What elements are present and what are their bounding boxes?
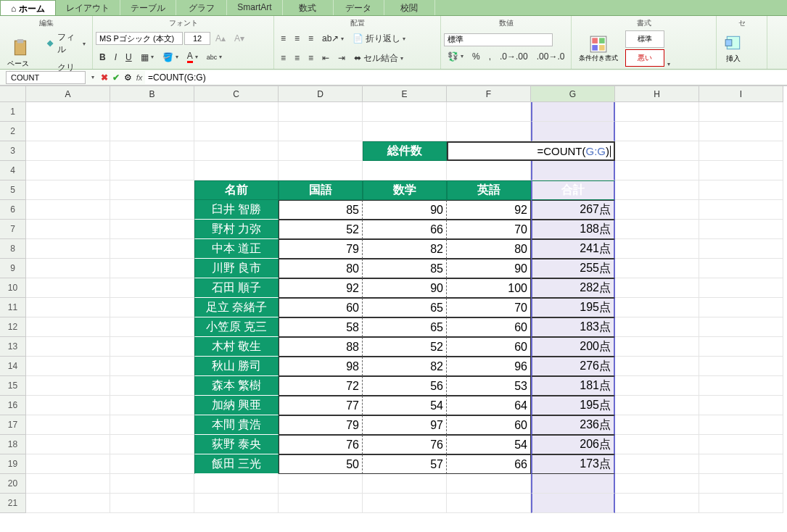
cell-H9[interactable] [615, 259, 699, 278]
align-bottom-button[interactable]: ≡ [305, 30, 317, 47]
cell-D17[interactable]: 79 [279, 415, 363, 435]
row-header-10[interactable]: 10 [0, 278, 26, 298]
cell-F11[interactable]: 70 [447, 298, 531, 317]
cell-D13[interactable]: 88 [279, 337, 363, 357]
decrease-font-button[interactable]: A▾ [231, 31, 248, 46]
row-header-18[interactable]: 18 [0, 435, 26, 454]
cell-A20[interactable] [26, 474, 110, 494]
cell-D21[interactable] [279, 494, 363, 513]
cell-D3[interactable] [279, 141, 363, 161]
column-header-F[interactable]: F [447, 86, 531, 102]
cell-F16[interactable]: 64 [447, 396, 531, 415]
cell-A9[interactable] [26, 259, 110, 278]
increase-font-button[interactable]: A▴ [212, 31, 229, 46]
tab-formula[interactable]: 数式 [283, 0, 334, 15]
row-header-8[interactable]: 8 [0, 239, 26, 259]
cell-F7[interactable]: 70 [447, 220, 531, 239]
cell-C12[interactable]: 小笠原 克三 [194, 317, 279, 337]
cell-B18[interactable] [110, 435, 194, 454]
font-color-button[interactable]: A▾ [184, 49, 202, 65]
cell-A6[interactable] [26, 200, 110, 220]
cell-G9[interactable]: 255点 [531, 259, 615, 278]
cell-D2[interactable] [279, 122, 363, 141]
cell-F6[interactable]: 92 [447, 200, 531, 220]
cell-F8[interactable]: 80 [447, 239, 531, 259]
row-header-9[interactable]: 9 [0, 259, 26, 278]
cell-D16[interactable]: 77 [279, 396, 363, 415]
cell-C16[interactable]: 加納 興亜 [194, 396, 279, 415]
cell-B10[interactable] [110, 278, 194, 298]
cell-A4[interactable] [26, 161, 110, 180]
tab-smartart[interactable]: SmartArt [227, 0, 282, 15]
cell-B20[interactable] [110, 474, 194, 494]
cell-D6[interactable]: 85 [279, 200, 363, 220]
cell-A14[interactable] [26, 357, 110, 376]
cell-G20[interactable] [531, 474, 615, 494]
cell-A5[interactable] [26, 180, 110, 200]
cell-C8[interactable]: 中本 道正 [194, 239, 279, 259]
cell-B17[interactable] [110, 415, 194, 435]
spreadsheet-grid[interactable]: ABCDEFGHI123総件数=COUNT(G:G)45名前国語数学英語合計6臼… [0, 86, 787, 513]
cell-E21[interactable] [363, 494, 447, 513]
row-header-6[interactable]: 6 [0, 200, 26, 220]
cell-A8[interactable] [26, 239, 110, 259]
insert-button[interactable]: 挿入 [720, 32, 747, 65]
cell-H21[interactable] [615, 494, 699, 513]
cell-B4[interactable] [110, 161, 194, 180]
number-format-select[interactable] [444, 33, 553, 46]
cell-I21[interactable] [699, 494, 783, 513]
cell-C2[interactable] [194, 122, 279, 141]
currency-button[interactable]: 💱▾ [444, 49, 467, 64]
cell-E2[interactable] [363, 122, 447, 141]
cell-B5[interactable] [110, 180, 194, 200]
cell-A12[interactable] [26, 317, 110, 337]
cell-H18[interactable] [615, 435, 699, 454]
conditional-format-button[interactable]: 条件付き書式 [574, 33, 622, 64]
cell-H17[interactable] [615, 415, 699, 435]
cell-D20[interactable] [279, 474, 363, 494]
cell-G11[interactable]: 195点 [531, 298, 615, 317]
cell-B8[interactable] [110, 239, 194, 259]
cell-G12[interactable]: 183点 [531, 317, 615, 337]
cell-E14[interactable]: 82 [363, 357, 447, 376]
column-header-C[interactable]: C [194, 86, 279, 102]
column-header-A[interactable]: A [26, 86, 110, 102]
cell-D8[interactable]: 79 [279, 239, 363, 259]
cell-E16[interactable]: 54 [363, 396, 447, 415]
cell-H5[interactable] [615, 180, 699, 200]
cell-H8[interactable] [615, 239, 699, 259]
cell-D4[interactable] [279, 161, 363, 180]
underline-button[interactable]: U [122, 49, 136, 65]
cell-A1[interactable] [26, 102, 110, 122]
cell-B3[interactable] [110, 141, 194, 161]
cell-H4[interactable] [615, 161, 699, 180]
align-center-button[interactable]: ≡ [291, 50, 303, 67]
column-header-G[interactable]: G [531, 86, 615, 102]
cell-G19[interactable]: 173点 [531, 454, 615, 474]
cell-D18[interactable]: 76 [279, 435, 363, 454]
cell-I1[interactable] [699, 102, 783, 122]
cell-A18[interactable] [26, 435, 110, 454]
font-size-select[interactable] [184, 32, 210, 45]
cell-E11[interactable]: 65 [363, 298, 447, 317]
cell-H15[interactable] [615, 376, 699, 396]
cell-A10[interactable] [26, 278, 110, 298]
cell-I11[interactable] [699, 298, 783, 317]
cell-B14[interactable] [110, 357, 194, 376]
cell-F9[interactable]: 90 [447, 259, 531, 278]
cell-C4[interactable] [194, 161, 279, 180]
cell-D10[interactable]: 92 [279, 278, 363, 298]
italic-button[interactable]: I [111, 49, 120, 65]
cell-I6[interactable] [699, 200, 783, 220]
row-header-7[interactable]: 7 [0, 220, 26, 239]
cell-G21[interactable] [531, 494, 615, 513]
cell-H3[interactable] [615, 141, 699, 161]
column-header-D[interactable]: D [279, 86, 363, 102]
cell-D9[interactable]: 80 [279, 259, 363, 278]
cell-C21[interactable] [194, 494, 279, 513]
cell-H16[interactable] [615, 396, 699, 415]
cell-E8[interactable]: 82 [363, 239, 447, 259]
cell-I7[interactable] [699, 220, 783, 239]
cell-A13[interactable] [26, 337, 110, 357]
cell-B21[interactable] [110, 494, 194, 513]
